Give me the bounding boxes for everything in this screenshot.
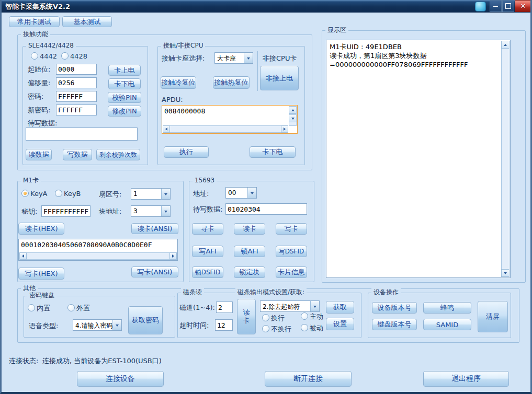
m1-key-input[interactable] bbox=[41, 205, 90, 217]
display-scroll-down-button[interactable] bbox=[501, 269, 510, 277]
display-scroll-up-button[interactable] bbox=[501, 41, 510, 49]
new-pin-input[interactable] bbox=[56, 105, 97, 115]
get-pin-button[interactable]: 获取密码 bbox=[128, 306, 163, 334]
card-info-button[interactable]: 卡片信息 bbox=[276, 266, 307, 278]
write-afi-button[interactable]: 写AFI bbox=[192, 246, 223, 257]
sector-value: 1 bbox=[131, 189, 161, 199]
apdu-scroll-down-button[interactable] bbox=[289, 114, 297, 122]
block-combo-arrow-button[interactable] bbox=[161, 206, 170, 216]
maximize-button[interactable] bbox=[502, 0, 514, 12]
beep-button[interactable]: 蜂鸣 bbox=[423, 302, 471, 314]
socket-select-value: 大卡座 bbox=[215, 53, 244, 63]
read-card-ansi-button[interactable]: 读卡(ANSI) bbox=[131, 223, 178, 234]
iso-write-button[interactable]: 写卡 bbox=[276, 223, 307, 235]
keyboard-version-button[interactable]: 键盘版本号 bbox=[372, 319, 417, 330]
voice-combo-arrow-button[interactable] bbox=[112, 320, 121, 330]
read-data-button[interactable]: 读数据 bbox=[26, 149, 52, 160]
radio-4442-label: 4442 bbox=[40, 52, 57, 60]
minimize-icon bbox=[493, 6, 498, 7]
read-card-hex-button[interactable]: 读卡(HEX) bbox=[18, 223, 64, 235]
write-data-button[interactable]: 写数据 bbox=[63, 149, 92, 160]
contact-function-title: 接触功能 bbox=[21, 30, 50, 38]
write-card-ansi-button[interactable]: 写卡(ANSI) bbox=[131, 266, 178, 277]
tab-common-card-test[interactable]: 常用卡测试 bbox=[9, 16, 60, 27]
voice-type-combo[interactable]: 4.请输入密码 bbox=[73, 319, 122, 331]
display-vscrollbar[interactable] bbox=[501, 41, 510, 277]
tab-basic-test[interactable]: 基本测试 bbox=[62, 16, 112, 27]
m1-scroll-right-button[interactable] bbox=[169, 252, 177, 260]
lock-afi-button[interactable]: 锁AFI bbox=[234, 246, 265, 257]
minimize-button[interactable] bbox=[490, 0, 502, 12]
track-input[interactable] bbox=[216, 302, 233, 313]
remaining-verify-count-button[interactable]: 剩余校验次数 bbox=[96, 149, 140, 160]
radio-4428[interactable] bbox=[61, 52, 69, 60]
title-bar: 智能卡采集系统V2.2 ✕ bbox=[0, 0, 532, 13]
write-data-input[interactable] bbox=[26, 128, 138, 141]
device-version-button[interactable]: 设备版本号 bbox=[372, 302, 417, 314]
mag-mode-combo[interactable]: 2.除去起始符 bbox=[260, 300, 320, 312]
sector-combo-arrow-button[interactable] bbox=[161, 189, 170, 199]
execute-button[interactable]: 执行 bbox=[164, 146, 209, 158]
lock-block-button[interactable]: 锁定块 bbox=[234, 266, 265, 278]
clear-screen-button[interactable]: 清屏 bbox=[478, 301, 508, 332]
chevron-down-icon bbox=[164, 211, 167, 214]
write-dsfid-button[interactable]: 写DSFID bbox=[276, 246, 307, 257]
apdu-scroll-up-button[interactable] bbox=[289, 106, 297, 114]
radio-internal[interactable] bbox=[28, 304, 35, 311]
timeout-input[interactable] bbox=[215, 319, 233, 331]
pin-input[interactable] bbox=[56, 91, 97, 102]
mag-read-button[interactable]: 读卡 bbox=[237, 299, 256, 334]
iso-read-button[interactable]: 读卡 bbox=[234, 223, 265, 235]
socket-select-combo[interactable]: 大卡座 bbox=[214, 52, 253, 64]
sector-combo[interactable]: 1 bbox=[131, 188, 171, 200]
m1-scroll-left-button[interactable] bbox=[19, 252, 27, 260]
apdu-input-box[interactable]: 0084000008 bbox=[162, 105, 298, 134]
close-button[interactable]: ✕ bbox=[515, 0, 531, 12]
lock-dsfid-button[interactable]: 锁DSFID bbox=[192, 266, 223, 278]
start-bit-input[interactable] bbox=[56, 64, 97, 75]
m1-hscrollbar[interactable] bbox=[19, 252, 177, 260]
contactless-power-on-button[interactable]: 非接上电 bbox=[260, 66, 299, 90]
exit-program-button[interactable]: 退出程序 bbox=[423, 371, 509, 387]
tray-app-icon[interactable] bbox=[475, 2, 486, 11]
apdu-scroll-left-button[interactable] bbox=[163, 125, 170, 133]
mag-set-button[interactable]: 设置 bbox=[326, 318, 354, 330]
card-power-on-button[interactable]: 卡上电 bbox=[108, 65, 141, 76]
radio-keya[interactable] bbox=[21, 190, 29, 197]
disconnect-button[interactable]: 断开连接 bbox=[265, 371, 352, 387]
m1-data-box[interactable]: 000102030405060708090A0B0C0D0E0F bbox=[18, 239, 178, 261]
m1-key-label: 秘钥: bbox=[21, 207, 37, 215]
radio-active[interactable] bbox=[301, 312, 308, 320]
cold-reset-button[interactable]: 接触冷复位 bbox=[161, 76, 196, 89]
radio-no-newline[interactable] bbox=[262, 325, 269, 332]
apdu-scroll-right-button[interactable] bbox=[281, 125, 288, 133]
radio-newline[interactable] bbox=[262, 314, 269, 321]
display-group-title: 显示区 bbox=[325, 26, 348, 33]
iso-write-data-input[interactable] bbox=[225, 203, 307, 215]
card-power-off-button[interactable]: 卡下电 bbox=[108, 78, 141, 89]
connect-device-button[interactable]: 连接设备 bbox=[77, 371, 164, 387]
mag-mode-combo-arrow-button[interactable] bbox=[310, 301, 319, 311]
apdu-hscrollbar[interactable] bbox=[163, 125, 288, 133]
block-combo[interactable]: 3 bbox=[131, 205, 171, 217]
mag-get-button[interactable]: 获取 bbox=[326, 301, 354, 314]
change-pin-button[interactable]: 修改PIN bbox=[108, 106, 141, 117]
verify-pin-button[interactable]: 校验PIN bbox=[108, 92, 141, 103]
offset-input[interactable] bbox=[56, 77, 97, 88]
inventory-button[interactable]: 寻卡 bbox=[192, 223, 223, 235]
address-combo[interactable]: 00 bbox=[225, 187, 257, 199]
socket-combo-arrow-button[interactable] bbox=[244, 53, 253, 63]
radio-external[interactable] bbox=[67, 304, 75, 311]
address-combo-arrow-button[interactable] bbox=[247, 188, 256, 198]
radio-passive[interactable] bbox=[301, 324, 308, 331]
cpu-power-off-button[interactable]: 卡下电 bbox=[250, 146, 296, 158]
warm-reset-button[interactable]: 接触热复位 bbox=[213, 76, 250, 89]
radio-4442[interactable] bbox=[31, 52, 38, 60]
samid-button[interactable]: SAMID bbox=[423, 319, 471, 330]
radio-keyb[interactable] bbox=[55, 190, 62, 197]
radio-no-newline-label: 不换行 bbox=[271, 325, 291, 333]
magstripe-group-title: 磁条读 bbox=[181, 288, 204, 296]
display-area[interactable]: M1卡UID：49E1DBEB 读卡成功，第1扇区第3块块数据 =0000000… bbox=[326, 40, 511, 278]
chevron-down-icon bbox=[164, 193, 167, 197]
write-card-hex-button[interactable]: 写卡(HEX) bbox=[18, 268, 64, 280]
